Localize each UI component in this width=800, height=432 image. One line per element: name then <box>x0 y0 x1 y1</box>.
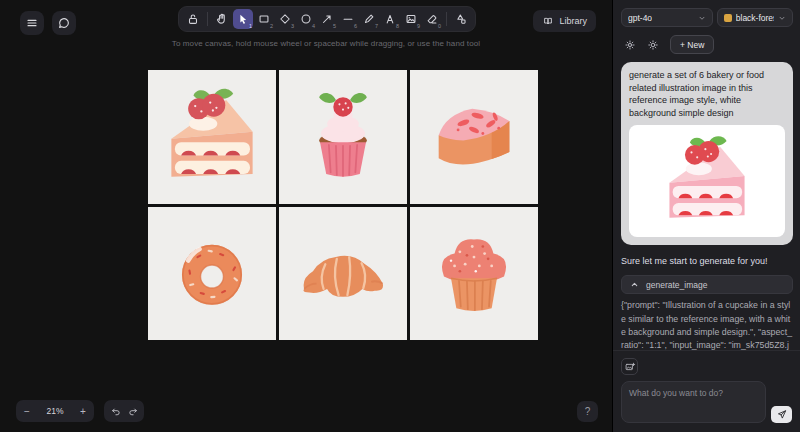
toolbar-divider <box>446 12 447 26</box>
tool-diamond[interactable]: 3 <box>275 9 295 29</box>
eraser-icon <box>425 12 439 26</box>
tool-more-tools[interactable] <box>451 9 471 29</box>
tool-line[interactable]: 6 <box>338 9 358 29</box>
diamond-icon <box>278 12 292 26</box>
tool-lock[interactable] <box>183 9 203 29</box>
tool-shortcut: 4 <box>312 23 315 29</box>
line-icon <box>341 12 355 26</box>
undo-button[interactable] <box>106 402 124 420</box>
chat-input[interactable] <box>621 381 766 423</box>
zoom-control: − 21% + <box>16 400 94 422</box>
tool-shortcut: 3 <box>291 23 294 29</box>
pencil-icon <box>362 12 376 26</box>
croissant-illustration <box>290 220 396 326</box>
canvas-image-muffin[interactable] <box>410 207 538 341</box>
tool-shortcut: 5 <box>333 23 336 29</box>
chat-toggle-button[interactable] <box>52 11 76 35</box>
tool-shortcut: 2 <box>270 23 273 29</box>
book-icon <box>542 15 554 27</box>
tool-eraser[interactable]: 0 <box>422 9 442 29</box>
tool-shortcut: 7 <box>375 23 378 29</box>
zoom-level[interactable]: 21% <box>38 406 72 416</box>
user-message-text: generate a set of 6 bakery or food relat… <box>629 69 785 119</box>
top-left-buttons <box>20 11 76 35</box>
chevron-down-icon <box>698 14 706 22</box>
image-model-value: black-forest-lab <box>736 13 774 23</box>
hamburger-menu-icon <box>25 16 39 30</box>
assistant-message-text: Sure let me start to generate for you! <box>621 256 793 266</box>
drawing-canvas[interactable]: 1 2 3 4 5 6 7 <box>0 0 612 432</box>
tool-shortcut: 0 <box>438 23 441 29</box>
theme-toggle-button[interactable] <box>647 39 659 51</box>
lock-icon <box>186 12 200 26</box>
tool-call-arguments: {"prompt": "Illustration of a cupcake in… <box>621 299 793 350</box>
image-icon <box>404 12 418 26</box>
zoom-in-button[interactable]: + <box>72 400 94 422</box>
selection-cursor-icon <box>236 12 250 26</box>
chat-sidebar: gpt-4o black-forest-lab <box>612 0 800 432</box>
redo-icon <box>127 405 140 418</box>
send-paper-plane-icon <box>776 409 787 420</box>
sun-icon <box>647 39 659 51</box>
reference-cake-illustration <box>658 132 756 230</box>
history-controls <box>104 400 144 422</box>
canvas-image-cupcake[interactable] <box>279 70 407 204</box>
chat-model-value: gpt-4o <box>628 13 652 23</box>
tool-shortcut: 1 <box>249 23 252 29</box>
library-button[interactable]: Library <box>533 10 596 32</box>
canvas-image-loaf-cake[interactable] <box>410 70 538 204</box>
arrow-icon <box>320 12 334 26</box>
tool-call-header[interactable]: generate_image <box>621 275 793 294</box>
tool-shortcut: 9 <box>417 23 420 29</box>
tool-text[interactable]: 8 <box>380 9 400 29</box>
redo-button[interactable] <box>124 402 142 420</box>
sidebar-header: gpt-4o black-forest-lab <box>613 0 800 58</box>
tool-draw[interactable]: 7 <box>359 9 379 29</box>
new-chat-button[interactable]: + New <box>670 35 714 54</box>
hand-icon <box>215 12 229 26</box>
chat-messages[interactable]: generate a set of 6 bakery or food relat… <box>613 58 800 350</box>
library-label: Library <box>559 16 587 26</box>
model-logo-icon <box>724 14 732 22</box>
tool-image[interactable]: 9 <box>401 9 421 29</box>
help-button[interactable]: ? <box>577 401 598 422</box>
composer-row <box>621 381 792 423</box>
chat-model-select[interactable]: gpt-4o <box>621 8 713 27</box>
canvas-image-donut[interactable] <box>148 207 276 341</box>
undo-icon <box>109 405 122 418</box>
image-model-select[interactable]: black-forest-lab <box>717 8 793 27</box>
user-message-bubble: generate a set of 6 bakery or food relat… <box>621 62 793 245</box>
tool-ellipse[interactable]: 4 <box>296 9 316 29</box>
ellipse-icon <box>299 12 313 26</box>
rectangle-icon <box>257 12 271 26</box>
attach-image-button[interactable] <box>621 358 638 375</box>
tool-rectangle[interactable]: 2 <box>254 9 274 29</box>
tool-call-block: generate_image {"prompt": "Illustration … <box>621 275 793 350</box>
gear-icon <box>624 39 636 51</box>
model-selectors: gpt-4o black-forest-lab <box>621 8 793 27</box>
send-button[interactable] <box>771 406 792 423</box>
zoom-out-button[interactable]: − <box>16 400 38 422</box>
chevron-down-icon <box>778 14 786 22</box>
tool-call-name: generate_image <box>646 280 707 290</box>
muffin-illustration <box>421 220 527 326</box>
reference-image-card[interactable] <box>629 125 785 237</box>
tool-selection[interactable]: 1 <box>233 9 253 29</box>
cupcake-illustration <box>290 84 396 190</box>
canvas-image-croissant[interactable] <box>279 207 407 341</box>
tool-arrow[interactable]: 5 <box>317 9 337 29</box>
main-menu-button[interactable] <box>20 11 44 35</box>
sidebar-actions: + New <box>621 35 793 54</box>
tool-shortcut: 8 <box>396 23 399 29</box>
tool-toolbar: 1 2 3 4 5 6 7 <box>178 6 476 32</box>
tool-hand[interactable] <box>212 9 232 29</box>
settings-button[interactable] <box>624 39 636 51</box>
attach-image-icon <box>624 361 636 373</box>
tool-shortcut: 6 <box>354 23 357 29</box>
generated-image-grid <box>148 70 538 340</box>
canvas-image-cake-slice[interactable] <box>148 70 276 204</box>
donut-illustration <box>159 220 265 326</box>
loaf-cake-illustration <box>421 84 527 190</box>
more-tools-icon <box>454 12 468 26</box>
chat-bubble-icon <box>57 16 71 30</box>
